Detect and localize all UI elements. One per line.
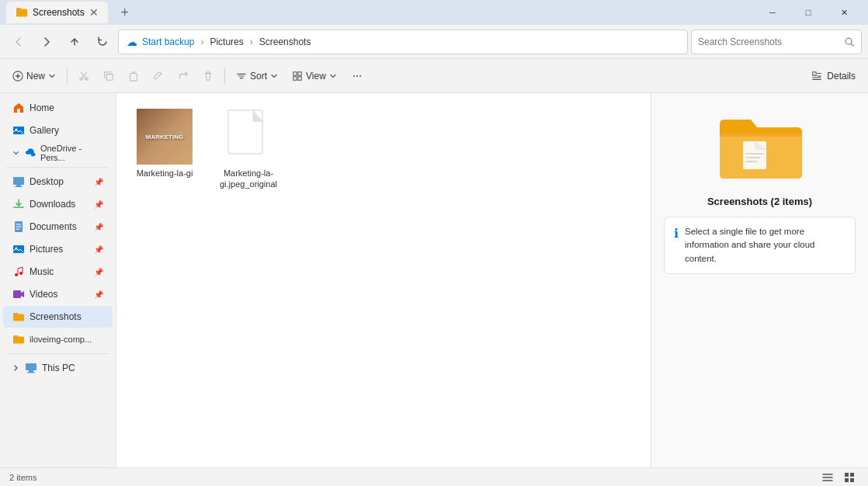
onedrive-icon: ☁ [127, 36, 137, 48]
search-bar[interactable] [691, 30, 862, 54]
sidebar-item-onedrive[interactable]: OneDrive - Pers... [3, 142, 113, 164]
sidebar-videos-label: Videos [30, 289, 57, 300]
sidebar: Home Gallery OneDrive - Pers... Desktop … [0, 93, 116, 467]
svg-rect-2 [106, 74, 113, 80]
sidebar-home-label: Home [30, 102, 54, 113]
svg-rect-22 [13, 290, 21, 298]
sidebar-item-desktop[interactable]: Desktop 📌 [3, 171, 113, 193]
file-item-marketing-image[interactable]: Marketing-la-gi [126, 102, 203, 196]
svg-rect-4 [293, 71, 297, 75]
file-item-marketing-doc[interactable]: Marketing-la-gi.jpeg_original [210, 102, 287, 196]
more-icon [351, 70, 363, 82]
back-btn[interactable] [6, 30, 31, 54]
rename-icon [153, 71, 164, 82]
svg-rect-5 [298, 71, 301, 75]
grid-view-btn[interactable] [840, 470, 859, 485]
list-view-icon [822, 472, 833, 483]
sidebar-item-screenshots[interactable]: Screenshots [3, 306, 113, 328]
sidebar-divider-2 [6, 353, 109, 354]
statusbar: 2 items [0, 467, 868, 486]
iloveimg-folder-icon [12, 333, 25, 345]
active-tab[interactable]: Screenshots ✕ [6, 2, 108, 23]
delete-icon [203, 71, 214, 82]
cut-btn[interactable] [72, 64, 95, 89]
refresh-btn[interactable] [90, 30, 115, 54]
document-icon-svg [225, 109, 272, 165]
info-icon: ℹ [674, 226, 679, 241]
breadcrumb-sep-1: › [200, 36, 203, 47]
sidebar-thispc-label: This PC [42, 363, 75, 373]
thispc-icon [25, 362, 37, 374]
rename-btn[interactable] [147, 64, 170, 89]
minimize-btn[interactable]: ─ [755, 0, 790, 25]
sidebar-item-music[interactable]: Music 📌 [3, 261, 113, 283]
cut-icon [78, 71, 89, 82]
close-btn[interactable]: ✕ [826, 0, 862, 25]
address-bar[interactable]: ☁ Start backup › Pictures › Screenshots [118, 30, 688, 54]
sidebar-item-downloads[interactable]: Downloads 📌 [3, 193, 113, 215]
breadcrumb-pictures: Pictures [210, 36, 243, 47]
sidebar-desktop-label: Desktop [30, 176, 64, 187]
sidebar-pictures-label: Pictures [30, 244, 63, 255]
sidebar-iloveimg-label: iloveimg-comp... [30, 335, 92, 344]
pictures-icon [12, 243, 25, 255]
file-name-1: Marketing-la-gi [137, 168, 193, 179]
status-view-toggles [818, 470, 859, 485]
navbar: ☁ Start backup › Pictures › Screenshots [0, 25, 868, 59]
folder-large-icon [713, 109, 807, 186]
up-btn[interactable] [62, 30, 87, 54]
view-btn[interactable]: View [286, 64, 343, 89]
svg-point-8 [353, 75, 355, 77]
tab-close-btn[interactable]: ✕ [89, 7, 99, 18]
sidebar-divider-1 [6, 167, 109, 168]
sidebar-item-documents[interactable]: Documents 📌 [3, 216, 113, 238]
new-icon [12, 71, 23, 82]
delete-btn[interactable] [196, 64, 220, 89]
expand-icon-onedrive [12, 149, 19, 157]
sort-label: Sort [250, 71, 267, 82]
svg-point-9 [356, 75, 358, 77]
forward-btn[interactable] [34, 30, 59, 54]
svg-rect-14 [13, 177, 24, 185]
svg-rect-16 [15, 186, 23, 187]
new-btn[interactable]: New [6, 64, 62, 89]
view-icon [292, 71, 303, 82]
breadcrumb-sep-2: › [250, 36, 253, 47]
sidebar-item-videos[interactable]: Videos 📌 [3, 283, 113, 305]
desktop-icon [12, 175, 25, 188]
titlebar-left: Screenshots ✕ + [6, 2, 136, 23]
forward-icon [40, 36, 53, 48]
sidebar-item-thispc[interactable]: This PC [3, 357, 113, 379]
svg-point-20 [15, 273, 18, 276]
sidebar-item-pictures[interactable]: Pictures 📌 [3, 238, 113, 260]
sort-btn[interactable]: Sort [230, 64, 284, 89]
paste-btn[interactable] [122, 64, 145, 89]
documents-pin-icon: 📌 [94, 223, 103, 231]
sidebar-item-gallery[interactable]: Gallery [3, 120, 113, 141]
details-btn[interactable]: Details [805, 64, 862, 89]
list-view-btn[interactable] [818, 470, 837, 485]
file-thumbnail-2 [220, 109, 276, 165]
svg-rect-27 [743, 141, 766, 169]
downloads-icon [12, 198, 25, 210]
music-pin-icon: 📌 [94, 268, 103, 276]
folder-tab-icon [16, 6, 28, 19]
pictures-pin-icon: 📌 [94, 245, 103, 254]
details-folder-name: Screenshots (2 items) [707, 196, 812, 207]
main-content: Home Gallery OneDrive - Pers... Desktop … [0, 93, 868, 467]
file-area: Marketing-la-gi Marketing-la-gi.jpeg_ori… [116, 93, 651, 467]
home-icon [12, 102, 25, 114]
share-btn[interactable] [172, 64, 195, 89]
svg-rect-23 [26, 363, 36, 370]
copy-btn[interactable] [97, 64, 120, 89]
sidebar-item-iloveimg[interactable]: iloveimg-comp... [3, 328, 113, 350]
maximize-btn[interactable]: □ [790, 0, 826, 25]
sidebar-music-label: Music [30, 266, 54, 277]
more-btn[interactable] [345, 64, 370, 89]
sidebar-item-home[interactable]: Home [3, 97, 113, 119]
details-panel: Screenshots (2 items) ℹ Select a single … [651, 93, 868, 467]
breadcrumb-screenshots: Screenshots [259, 36, 311, 47]
search-input[interactable] [698, 36, 839, 47]
new-tab-btn[interactable]: + [114, 2, 136, 23]
folder-preview [713, 109, 807, 186]
